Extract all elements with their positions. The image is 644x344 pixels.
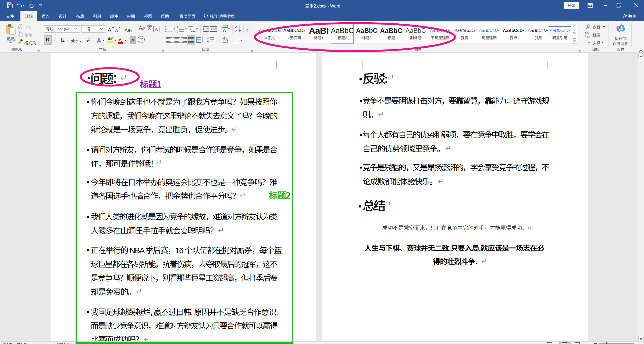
svg-text:A: A bbox=[223, 28, 226, 32]
svg-text:1: 1 bbox=[177, 26, 178, 28]
svg-text:A: A bbox=[139, 25, 142, 31]
svg-text:ab: ab bbox=[585, 31, 589, 35]
svg-text:2: 2 bbox=[177, 28, 178, 31]
svg-text:Z: Z bbox=[235, 29, 237, 33]
svg-text:ac: ac bbox=[587, 35, 590, 38]
svg-text:A: A bbox=[235, 25, 238, 29]
svg-text:ab: ab bbox=[107, 36, 111, 41]
svg-text:3: 3 bbox=[177, 31, 178, 33]
